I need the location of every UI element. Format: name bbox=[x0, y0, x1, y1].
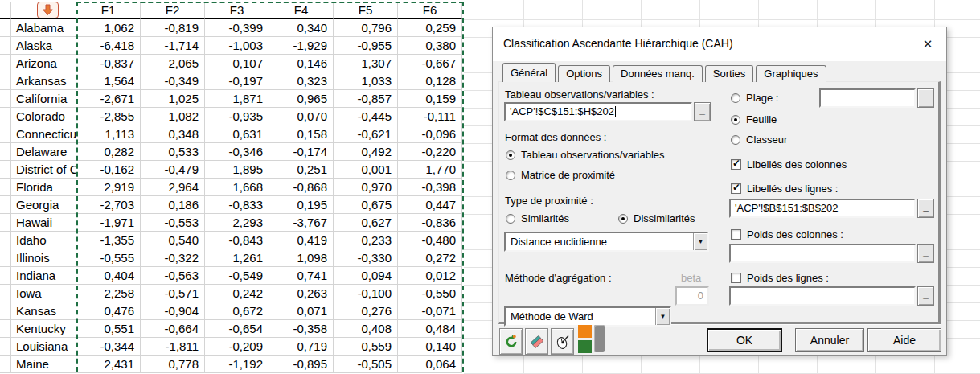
value-cell[interactable]: 0,071 bbox=[269, 302, 334, 320]
value-cell[interactable]: 1,098 bbox=[269, 249, 334, 267]
value-cell[interactable]: 0,140 bbox=[398, 338, 462, 356]
value-cell[interactable]: 0,419 bbox=[269, 232, 334, 249]
row-label-cell[interactable]: Kansas bbox=[11, 302, 76, 320]
column-header[interactable]: F3 bbox=[205, 2, 269, 19]
reload-button[interactable] bbox=[499, 328, 523, 355]
value-cell[interactable]: -0,819 bbox=[141, 19, 205, 37]
tab-sorties[interactable]: Sorties bbox=[705, 65, 753, 82]
gutter-cell[interactable] bbox=[0, 196, 11, 214]
radio-classeur[interactable]: Classeur bbox=[731, 134, 787, 146]
value-cell[interactable]: -0,664 bbox=[141, 320, 205, 338]
gutter-cell[interactable] bbox=[0, 320, 11, 338]
value-cell[interactable]: -0,349 bbox=[141, 72, 205, 90]
value-cell[interactable]: 1,895 bbox=[205, 161, 269, 179]
obs-table-input[interactable]: 'ACP'!$C$151:$H$202 bbox=[504, 102, 692, 121]
value-cell[interactable]: -0,162 bbox=[76, 161, 141, 179]
value-cell[interactable]: 0,195 bbox=[269, 196, 334, 214]
value-cell[interactable]: -2,703 bbox=[76, 196, 141, 214]
value-cell[interactable]: 0,476 bbox=[76, 302, 141, 320]
value-cell[interactable]: 0,282 bbox=[76, 143, 141, 161]
value-cell[interactable]: 2,431 bbox=[76, 356, 141, 373]
value-cell[interactable]: -1,971 bbox=[76, 214, 141, 232]
gutter-cell[interactable] bbox=[0, 19, 11, 37]
checkbox-poids-colonnes[interactable]: Poids des colonnes : bbox=[731, 228, 843, 240]
value-cell[interactable]: -0,322 bbox=[141, 249, 205, 267]
range-picker-button[interactable] bbox=[37, 2, 59, 18]
value-cell[interactable]: -0,398 bbox=[398, 179, 462, 196]
value-cell[interactable]: 0,404 bbox=[76, 267, 141, 285]
gutter-cell[interactable] bbox=[0, 2, 11, 19]
value-cell[interactable]: 1,770 bbox=[398, 161, 462, 179]
value-cell[interactable]: 0,741 bbox=[269, 267, 334, 285]
value-cell[interactable]: -0,868 bbox=[269, 179, 334, 196]
value-cell[interactable]: 0,323 bbox=[269, 72, 334, 90]
value-cell[interactable]: -0,505 bbox=[334, 356, 398, 373]
value-cell[interactable]: 1,261 bbox=[205, 249, 269, 267]
value-cell[interactable]: 1,113 bbox=[76, 125, 141, 143]
gutter-cell[interactable] bbox=[0, 90, 11, 108]
gutter-cell[interactable] bbox=[0, 125, 11, 143]
value-cell[interactable]: 0,158 bbox=[269, 125, 334, 143]
row-labels-range-selector-button[interactable]: _ bbox=[917, 199, 934, 218]
value-cell[interactable]: 0,233 bbox=[334, 232, 398, 249]
value-cell[interactable]: -2,671 bbox=[76, 90, 141, 108]
value-cell[interactable]: -0,904 bbox=[141, 302, 205, 320]
radio-format-matrix[interactable]: Matrice de proximité bbox=[506, 169, 615, 181]
gutter-cell[interactable] bbox=[0, 72, 11, 90]
value-cell[interactable]: -0,955 bbox=[334, 37, 398, 55]
value-cell[interactable]: 2,065 bbox=[141, 55, 205, 72]
value-cell[interactable]: 1,668 bbox=[205, 179, 269, 196]
value-cell[interactable]: -0,197 bbox=[205, 72, 269, 90]
radio-format-table[interactable]: Tableau observations/variables bbox=[506, 149, 665, 161]
clear-button[interactable] bbox=[525, 328, 548, 355]
value-cell[interactable]: 0,719 bbox=[269, 338, 334, 356]
value-cell[interactable]: 0,533 bbox=[141, 143, 205, 161]
value-cell[interactable]: 0,064 bbox=[398, 356, 462, 373]
gutter-cell[interactable] bbox=[0, 161, 11, 179]
column-header[interactable]: F1 bbox=[76, 2, 141, 19]
gutter-cell[interactable] bbox=[0, 356, 11, 373]
value-cell[interactable]: -6,418 bbox=[76, 37, 141, 55]
value-cell[interactable]: -0,654 bbox=[205, 320, 269, 338]
checkbox-libelles-lignes[interactable]: Libellés des lignes : bbox=[731, 183, 838, 195]
value-cell[interactable]: -0,479 bbox=[141, 161, 205, 179]
tab-donnees-manq[interactable]: Données manq. bbox=[613, 65, 703, 82]
value-cell[interactable]: -0,667 bbox=[398, 55, 462, 72]
value-cell[interactable]: -1,355 bbox=[76, 232, 141, 249]
row-label-cell[interactable]: Alaska bbox=[11, 37, 76, 55]
value-cell[interactable]: -0,445 bbox=[334, 108, 398, 125]
value-cell[interactable]: -0,555 bbox=[76, 249, 141, 267]
value-cell[interactable]: 0,447 bbox=[398, 196, 462, 214]
value-cell[interactable]: 0,672 bbox=[205, 302, 269, 320]
value-cell[interactable]: -1,714 bbox=[141, 37, 205, 55]
value-cell[interactable]: 0,186 bbox=[141, 196, 205, 214]
value-cell[interactable]: -0,621 bbox=[334, 125, 398, 143]
row-label-cell[interactable]: Iowa bbox=[11, 285, 76, 302]
value-cell[interactable]: 0,094 bbox=[334, 267, 398, 285]
value-cell[interactable]: -0,843 bbox=[205, 232, 269, 249]
value-cell[interactable]: 0,627 bbox=[334, 214, 398, 232]
value-cell[interactable]: 0,540 bbox=[141, 232, 205, 249]
value-cell[interactable]: -0,111 bbox=[398, 108, 462, 125]
value-cell[interactable]: -3,767 bbox=[269, 214, 334, 232]
row-label-cell[interactable]: Colorado bbox=[11, 108, 76, 125]
row-labels-input[interactable]: 'ACP'!$B$151:$B$202 bbox=[729, 199, 916, 218]
value-cell[interactable]: -1,003 bbox=[205, 37, 269, 55]
value-cell[interactable]: 0,484 bbox=[398, 320, 462, 338]
value-cell[interactable]: 0,348 bbox=[141, 125, 205, 143]
value-cell[interactable]: 0,159 bbox=[398, 90, 462, 108]
column-header[interactable]: F4 bbox=[269, 2, 334, 19]
radio-similarites[interactable]: Similarités bbox=[506, 212, 569, 224]
col-weights-range-selector-button[interactable]: _ bbox=[917, 244, 934, 263]
value-cell[interactable]: -0,174 bbox=[269, 143, 334, 161]
value-cell[interactable]: -0,857 bbox=[334, 90, 398, 108]
value-cell[interactable]: 1,025 bbox=[141, 90, 205, 108]
help-button[interactable]: Aide bbox=[867, 328, 941, 352]
value-cell[interactable]: 2,964 bbox=[141, 179, 205, 196]
value-cell[interactable]: -0,935 bbox=[205, 108, 269, 125]
row-label-cell[interactable]: District of Columbia bbox=[11, 161, 76, 179]
gutter-cell[interactable] bbox=[0, 37, 11, 55]
ok-button[interactable]: OK bbox=[707, 328, 782, 352]
aggregation-dropdown[interactable]: Méthode de Ward ▼ bbox=[504, 306, 671, 327]
value-cell[interactable]: -0,895 bbox=[269, 356, 334, 373]
